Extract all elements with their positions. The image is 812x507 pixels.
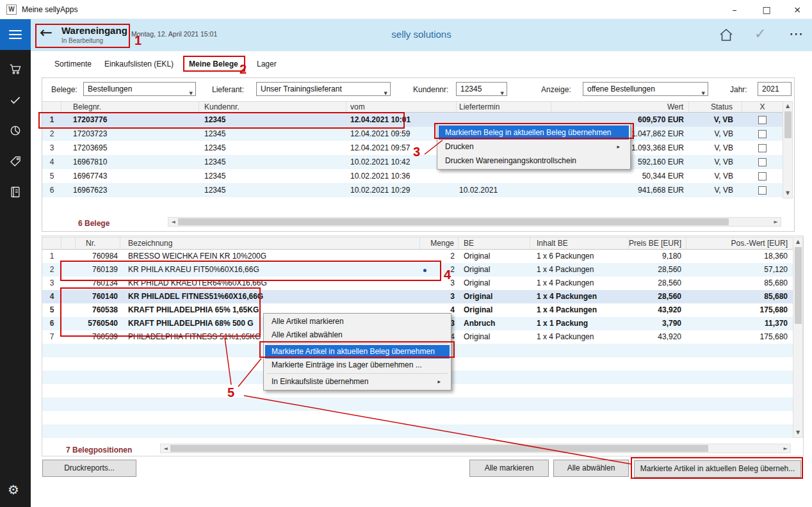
minimize-button[interactable]: – [720,0,749,19]
scroll-right-icon[interactable]: ► [771,218,781,226]
tab-sortimente[interactable]: Sortimente [54,60,92,68]
col-rownum[interactable] [42,102,61,112]
more-options-icon[interactable]: ⋯ [789,26,803,42]
positions-context-menu: Alle Artikel markieren Alle Artikel abwä… [263,313,451,390]
submenu-arrow-icon: ▸ [437,375,441,389]
app-icon: W [6,4,17,15]
cell-pos-wert [686,357,793,371]
row-marker [61,277,76,290]
row-marker [61,371,76,384]
menu-item-beleg-uebernehmen[interactable]: Markierten Beleg in aktuellen Beleg über… [439,125,629,140]
tab-einkaufslisten[interactable]: Einkaufslisten (EKL) [104,60,174,68]
scroll-left-icon[interactable]: ◄ [168,218,178,226]
menu-item-alle-markieren[interactable]: Alle Artikel markieren [265,315,450,328]
scroll-left-icon[interactable]: ◄ [161,444,170,453]
kundennr-value: 12345 [460,84,482,93]
row-number: 5 [42,169,61,183]
col-bezeichnung[interactable]: Bezeichnung [120,237,420,249]
col-status[interactable]: Status [689,102,742,112]
check-icon[interactable] [9,93,22,106]
price-tag-icon[interactable] [9,155,22,168]
row-checkbox[interactable] [758,172,767,181]
scrollbar-thumb[interactable] [784,111,792,138]
anzeige-select[interactable]: offene Bestellungen▼ [583,82,708,96]
position-row[interactable]: 3760134KR PHILAD KRAEUTER64%60X16,66G3Or… [42,277,793,290]
lieferant-select[interactable]: Unser Trainingslieferant▼ [256,82,391,96]
tab-lager[interactable]: Lager [257,60,277,68]
belege-select[interactable]: Bestellungen▼ [83,82,196,96]
col-be[interactable]: BE [459,237,530,249]
order-row[interactable]: 4169678101234510.02.2021 10:42592,160 EU… [42,155,783,169]
row-checkbox[interactable] [758,116,767,124]
alle-markieren-button[interactable]: Alle markieren [469,460,549,477]
scrollbar-thumb[interactable] [178,218,729,225]
scroll-down-icon[interactable]: ▼ [793,428,802,437]
jahr-input[interactable]: 2021 [758,82,792,96]
scroll-down-icon[interactable]: ▼ [783,189,792,198]
menu-item-alle-abwaehlen[interactable]: Alle Artikel abwählen [265,328,450,342]
druckreports-button[interactable]: Druckreports... [42,460,136,477]
scroll-up-icon[interactable]: ▲ [783,102,792,111]
col-wert[interactable]: Wert [551,102,689,112]
col-marker[interactable] [61,237,76,249]
positions-vertical-scrollbar[interactable]: ▲ ▼ [793,237,803,438]
position-row[interactable]: 2760139KR PHILA KRAEU FIT50%60X16,66G2Or… [42,263,793,277]
settings-gear-icon[interactable]: ⚙ [8,482,19,497]
scroll-right-icon[interactable]: ► [781,444,790,453]
tab-meine-belege[interactable]: Meine Belege [189,60,238,68]
col-belegnr[interactable]: Belegnr. [61,102,199,112]
cell-kundennr: 12345 [199,183,346,197]
belege-value: Bestellungen [88,84,132,93]
row-checkbox[interactable] [758,130,767,138]
col-inhalt-be[interactable]: Inhalt BE [530,237,629,249]
pie-chart-icon[interactable] [9,124,22,137]
col-pos-wert[interactable]: Pos.-Wert [EUR] [686,237,793,249]
menu-item-artikel-uebernehmen[interactable]: Markierte Artikel in aktuellen Beleg übe… [265,345,450,358]
cell-pos-wert [686,398,793,411]
hamburger-icon [9,38,22,39]
menu-item-ins-lager[interactable]: Markierte Einträge ins Lager übernehmen … [265,358,450,372]
scrollbar-thumb[interactable] [170,445,708,452]
col-x[interactable]: X [742,102,783,112]
order-row[interactable]: 1172037761234512.04.2021 10:01609,570 EU… [42,113,783,127]
order-row[interactable]: 6169676231234510.02.2021 10:2910.02.2021… [42,183,783,197]
row-checkbox[interactable] [758,186,767,195]
position-row[interactable]: 4760140KR PHILADEL FITNES51%60X16,66G3Or… [42,290,793,303]
menu-item-drucken[interactable]: Drucken ▸ [439,140,629,154]
cell-inhalt-be: 1 x 4 Packungen [530,277,629,290]
col-rownum[interactable] [42,237,61,249]
uebernehmen-button[interactable]: Markierte Artikel in aktuellen Beleg übe… [634,460,801,478]
row-checkbox[interactable] [758,158,767,166]
order-row[interactable]: 5169677431234510.02.2021 10:3650,344 EUR… [42,169,783,183]
maximize-button[interactable]: □ [752,0,781,19]
menu-separator [267,373,448,374]
row-checkbox[interactable] [758,144,767,152]
hamburger-menu-button[interactable] [0,19,31,50]
close-button[interactable]: × [783,0,812,19]
menu-item-label: Markierte Einträge ins Lager übernehmen … [272,358,422,372]
orders-horizontal-scrollbar[interactable]: ◄ ► [168,217,781,227]
cell-be: Original [459,250,530,263]
order-row[interactable]: 3172036951234512.04.2021 09:571.093,368 … [42,141,783,155]
journal-icon[interactable] [9,186,22,198]
col-nr[interactable]: Nr. [76,237,120,249]
positions-horizontal-scrollbar[interactable]: ◄ ► [160,444,791,453]
confirm-check-icon[interactable]: ✓ [754,26,766,42]
alle-abwaehlen-button[interactable]: Alle abwählen [553,460,629,477]
orders-vertical-scrollbar[interactable]: ▲ ▼ [783,101,793,198]
order-row[interactable]: 2172037231234512.04.2021 09:591.047,862 … [42,127,783,141]
cart-icon[interactable] [9,63,22,76]
col-preis-be[interactable]: Preis BE [EUR] [629,237,686,249]
position-row[interactable]: 1760984BRESSO WEICHKA FEIN KR 10%200G2Or… [42,250,793,263]
menu-item-drucken-kontrollschein[interactable]: Drucken Wareneingangskontrollschein [439,154,629,168]
col-kundennr[interactable]: Kundennr. [199,102,346,112]
scrollbar-thumb[interactable] [795,247,802,324]
kundennr-select[interactable]: 12345▼ [456,82,507,96]
home-icon[interactable] [719,28,734,43]
col-liefertermin[interactable]: Liefertermin [457,102,551,112]
row-number [42,398,61,411]
col-vom[interactable]: vom [346,102,457,112]
col-menge[interactable]: Menge [420,237,459,249]
scroll-up-icon[interactable]: ▲ [793,237,802,246]
menu-item-einkaufsliste[interactable]: In Einkaufsliste übernehmen ▸ [265,375,450,389]
